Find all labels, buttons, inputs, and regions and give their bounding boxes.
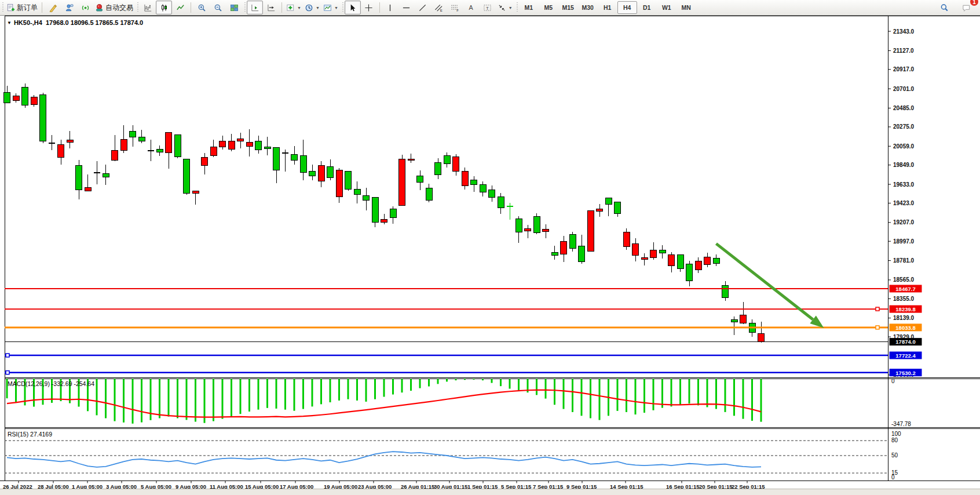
line-chart-button[interactable] [172, 1, 188, 14]
line-handle[interactable] [6, 354, 9, 357]
candle-body [399, 159, 405, 205]
chat-button[interactable]: 1 [958, 1, 974, 14]
rsi-indicator-label: RSI(15) 27.4169 [8, 431, 52, 438]
fibonacci-icon: F [451, 3, 459, 12]
auto-scroll-button[interactable] [263, 1, 279, 14]
equidistant-channel-button[interactable]: E [431, 1, 447, 14]
signal-icon [81, 3, 90, 12]
cursor-icon [348, 3, 357, 12]
arrows-button[interactable]: ▼ [496, 1, 514, 14]
candle-body [515, 219, 522, 232]
candle-body [300, 155, 306, 173]
crosshair-button[interactable] [361, 1, 377, 14]
notification-badge: 1 [970, 0, 978, 6]
price-tick-label: 20059.0 [893, 143, 915, 150]
candle-body [192, 191, 199, 193]
toolbar-grip[interactable] [517, 2, 518, 13]
timeframe-H4[interactable]: H4 [617, 1, 637, 14]
text-label-button[interactable]: T [480, 1, 496, 14]
line-handle[interactable] [876, 326, 879, 329]
cursor-button[interactable] [345, 1, 361, 14]
candle-body [561, 242, 567, 254]
candle-body [668, 255, 675, 266]
timeframe-M1[interactable]: M1 [519, 1, 539, 14]
candle-body [623, 232, 630, 247]
candle-body [390, 209, 396, 218]
timeframe-H1[interactable]: H1 [598, 1, 617, 14]
community-button[interactable] [61, 1, 77, 14]
auto-trading-label: 自动交易 [105, 3, 133, 13]
chat-icon [962, 3, 971, 12]
indicators-icon [286, 3, 295, 12]
price-tick-label: 19849.0 [893, 162, 915, 168]
candle-body [444, 156, 450, 164]
new-order-button[interactable]: 新订单 [5, 1, 39, 14]
candle-body [336, 170, 342, 197]
svg-text:18467.7: 18467.7 [895, 286, 915, 292]
auto-trading-button[interactable]: 自动交易 [93, 1, 135, 14]
clock-icon [305, 3, 313, 12]
candle-body [220, 141, 226, 147]
svg-text:17874.0: 17874.0 [895, 339, 915, 345]
search-button[interactable] [936, 1, 952, 14]
toolbar-grip[interactable] [244, 2, 246, 13]
toolbar-grip[interactable] [137, 2, 138, 13]
timeframe-M5[interactable]: M5 [539, 1, 558, 14]
window-bottom-strip [0, 489, 980, 495]
timeframe-M15[interactable]: M15 [558, 1, 578, 14]
timeframe-W1[interactable]: W1 [657, 1, 677, 14]
candle-body [85, 188, 91, 191]
candle-body [632, 244, 639, 256]
candle-body [40, 95, 46, 141]
candle-body [462, 172, 468, 186]
fibonacci-button[interactable]: F [447, 1, 463, 14]
toolbar-grip[interactable] [2, 2, 3, 13]
macd-pane: 0-347.78 [7, 378, 911, 427]
candle-body [569, 235, 576, 249]
candle-body [533, 217, 540, 233]
dropdown-arrow-icon: ▼ [334, 6, 338, 10]
candle-body [130, 132, 136, 137]
vertical-line-button[interactable] [382, 1, 398, 14]
indicators-button[interactable]: ▼ [284, 1, 303, 14]
timeframe-M30[interactable]: M30 [578, 1, 598, 14]
tile-windows-button[interactable] [226, 1, 242, 14]
periods-button[interactable]: ▼ [303, 1, 321, 14]
styles-button[interactable] [45, 1, 61, 14]
zoom-out-button[interactable] [210, 1, 226, 14]
text-icon: A [467, 3, 476, 12]
candle-body [381, 220, 387, 223]
line-handle[interactable] [6, 371, 9, 374]
candle-body [67, 140, 73, 143]
svg-text:T: T [486, 5, 489, 10]
candle-body [641, 258, 648, 260]
text-button[interactable]: A [463, 1, 480, 14]
candle-body [174, 134, 181, 156]
candlestick-chart-button[interactable] [156, 1, 172, 14]
toolbar-grip[interactable] [342, 2, 343, 13]
bar-chart-button[interactable] [140, 1, 156, 14]
bar-chart-icon [144, 3, 152, 12]
templates-button[interactable]: ▼ [321, 1, 340, 14]
candle-body [605, 198, 612, 205]
line-handle[interactable] [876, 307, 879, 311]
zoom-in-button[interactable] [193, 1, 210, 14]
trend-arrow[interactable] [716, 243, 824, 328]
candle-body [354, 190, 360, 194]
candle-body [103, 173, 109, 177]
horizontal-line-button[interactable] [398, 1, 415, 14]
candle-body [480, 185, 486, 192]
trendline-button[interactable] [415, 1, 431, 14]
chart-plot[interactable]: 21343.021127.020917.020701.020485.020275… [0, 16, 980, 489]
collapse-triangle-icon[interactable]: ▼ [7, 20, 12, 26]
person-icon [65, 3, 74, 12]
timeframe-MN[interactable]: MN [677, 1, 696, 14]
price-tick-label: 18565.0 [893, 276, 915, 283]
signals-button[interactable] [77, 1, 93, 14]
timeframe-D1[interactable]: D1 [637, 1, 657, 14]
chart-shift-button[interactable] [247, 1, 263, 14]
new-order-icon [6, 3, 15, 12]
candle-body [686, 264, 693, 281]
trendline-icon [418, 3, 427, 12]
candle-body [237, 139, 244, 141]
